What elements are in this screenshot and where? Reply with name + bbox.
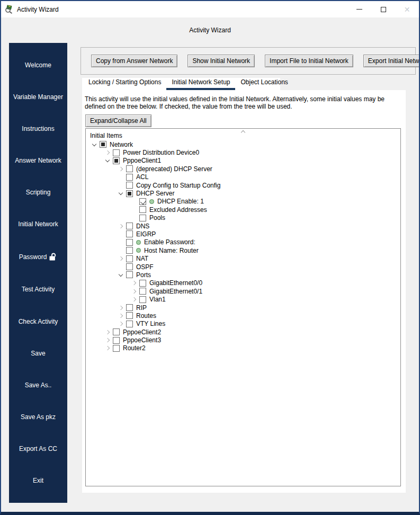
checkbox-unchecked[interactable] <box>126 263 133 270</box>
chevron-right-icon[interactable] <box>118 255 126 262</box>
tree-row[interactable]: Copy Config to Startup Config <box>86 181 400 189</box>
sidebar-item-check-activity[interactable]: Check Activity <box>19 318 58 325</box>
checkbox-unchecked[interactable] <box>139 288 146 295</box>
chevron-right-icon[interactable] <box>118 313 126 319</box>
scroll-up-icon[interactable] <box>241 129 245 134</box>
chevron-right-icon[interactable] <box>131 288 139 295</box>
tree-row[interactable]: GigabitEthernet0/0 <box>86 279 400 287</box>
tree-item-label: DHCP Enable: 1 <box>157 198 204 205</box>
tree-row[interactable]: Routes <box>86 312 400 319</box>
checkbox-unchecked[interactable] <box>126 255 133 262</box>
sidebar-item-save-as-pkz[interactable]: Save As pkz <box>21 413 56 421</box>
sidebar-item-save[interactable]: Save <box>31 350 45 357</box>
chevron-right-icon[interactable] <box>118 305 126 311</box>
tree-row[interactable]: NAT <box>86 254 400 262</box>
chevron-down-icon[interactable] <box>104 157 113 164</box>
tree-row[interactable]: DHCP Enable: 1 <box>86 198 400 206</box>
tab-initial-network-setup[interactable]: Initial Network Setup <box>166 77 235 90</box>
tree-row[interactable]: PppoeClient3 <box>86 336 400 344</box>
initial-items-tree[interactable]: Initial Items NetworkPower Distribution … <box>85 128 401 486</box>
checkbox-unchecked[interactable] <box>126 247 133 254</box>
chevron-right-icon[interactable] <box>104 329 113 335</box>
chevron-right-icon[interactable] <box>104 149 113 156</box>
tree-row[interactable]: Enable Password: <box>86 238 400 246</box>
checkbox-unchecked[interactable] <box>113 149 120 156</box>
checkbox-unchecked[interactable] <box>139 215 146 221</box>
checkbox-unchecked[interactable] <box>126 321 133 327</box>
sidebar-item-test-activity[interactable]: Test Activity <box>22 286 55 293</box>
chevron-right-icon[interactable] <box>118 321 126 327</box>
chevron-right-icon[interactable] <box>104 337 113 343</box>
tree-row[interactable]: Host Name: Router <box>86 246 400 254</box>
checkbox-unchecked[interactable] <box>126 271 133 278</box>
chevron-down-icon[interactable] <box>118 190 126 197</box>
tree-item-label: EIGRP <box>136 230 156 238</box>
tree-row[interactable]: DNS <box>86 222 400 230</box>
checkbox-unchecked[interactable] <box>126 304 133 311</box>
chevron-down-icon[interactable] <box>118 272 126 278</box>
chevron-right-icon[interactable] <box>118 166 126 172</box>
chevron-right-icon[interactable] <box>131 296 139 303</box>
sidebar-item-initial-network[interactable]: Initial Network <box>18 220 58 228</box>
checkbox-unchecked[interactable] <box>126 182 133 189</box>
tree-row[interactable]: Pools <box>86 214 400 222</box>
tab-locking-starting-options[interactable]: Locking / Starting Options <box>83 77 166 90</box>
tree-row[interactable]: Ports <box>86 271 400 279</box>
tree-row[interactable]: PppoeClient1 <box>86 157 400 165</box>
checkbox-unchecked[interactable] <box>113 328 120 335</box>
tree-row[interactable]: OSPF <box>86 263 400 271</box>
checkbox-unchecked[interactable] <box>113 337 120 344</box>
tree-row[interactable]: RIP <box>86 304 400 312</box>
chevron-right-icon[interactable] <box>118 223 126 229</box>
expand-collapse-all-button[interactable]: Expand/Collapse All <box>85 114 151 127</box>
chevron-right-icon[interactable] <box>131 280 139 286</box>
sidebar-item-welcome[interactable]: Welcome <box>25 61 51 69</box>
checkbox-unchecked[interactable] <box>113 345 120 352</box>
minimize-button[interactable] <box>347 1 371 17</box>
import-file-to-initial-network-button[interactable]: Import File to Initial Network <box>265 55 353 67</box>
checkbox-unchecked[interactable] <box>126 174 133 181</box>
checkbox-unchecked[interactable] <box>126 312 133 319</box>
tree-item-label: Network <box>110 141 133 148</box>
chevron-right-icon[interactable] <box>104 345 113 351</box>
sidebar-item-password[interactable]: Password <box>19 252 58 261</box>
checkbox-unchecked[interactable] <box>126 223 133 229</box>
checkbox-partial[interactable] <box>126 190 133 197</box>
sidebar-item-exit[interactable]: Exit <box>33 477 43 484</box>
tree-row[interactable]: Power Distribution Device0 <box>86 148 400 156</box>
sidebar-item-variable-manager[interactable]: Variable Manager <box>13 93 63 101</box>
tree-row[interactable]: Vlan1 <box>86 295 400 303</box>
checkbox-unchecked[interactable] <box>139 206 146 213</box>
sidebar-item-instructions[interactable]: Instructions <box>22 125 54 132</box>
tree-row[interactable]: DHCP Server <box>86 189 400 197</box>
sidebar-item-save-as[interactable]: Save As.. <box>25 381 52 389</box>
tree-row[interactable]: PppoeClient2 <box>86 328 400 336</box>
export-initial-network-to-file-button[interactable]: Export Initial Network to File <box>363 55 420 67</box>
tree-row[interactable]: Excluded Addresses <box>86 206 400 214</box>
tree-row[interactable]: GigabitEthernet0/1 <box>86 287 400 295</box>
sidebar-item-export-as-cc[interactable]: Export As CC <box>19 445 57 452</box>
tree-row[interactable]: ACL <box>86 173 400 181</box>
checkbox-unchecked[interactable] <box>139 296 146 303</box>
show-initial-network-button[interactable]: Show Initial Network <box>187 55 255 67</box>
tab-object-locations[interactable]: Object Locations <box>235 77 293 90</box>
checkbox-unchecked[interactable] <box>126 230 133 237</box>
sidebar-item-scripting[interactable]: Scripting <box>26 189 51 196</box>
copy-from-answer-network-button[interactable]: Copy from Answer Network <box>91 55 177 67</box>
tree-row[interactable]: Router2 <box>86 344 400 352</box>
checkbox-partial[interactable] <box>100 141 106 148</box>
checkbox-checked[interactable] <box>139 198 146 205</box>
close-button[interactable]: ✕ <box>395 1 419 17</box>
tree-row[interactable]: Network <box>86 140 400 148</box>
checkbox-partial[interactable] <box>113 157 120 164</box>
maximize-button[interactable] <box>371 1 395 17</box>
sidebar-item-answer-network[interactable]: Answer Network <box>15 157 61 164</box>
tree-row[interactable]: EIGRP <box>86 230 400 238</box>
tree-row[interactable]: VTY Lines <box>86 320 400 328</box>
tree-row[interactable]: (deprecated) DHCP Server <box>86 165 400 173</box>
chevron-spacer <box>131 198 139 205</box>
chevron-down-icon[interactable] <box>91 141 100 148</box>
checkbox-unchecked[interactable] <box>126 239 133 246</box>
checkbox-unchecked[interactable] <box>139 280 146 287</box>
checkbox-unchecked[interactable] <box>126 165 133 172</box>
